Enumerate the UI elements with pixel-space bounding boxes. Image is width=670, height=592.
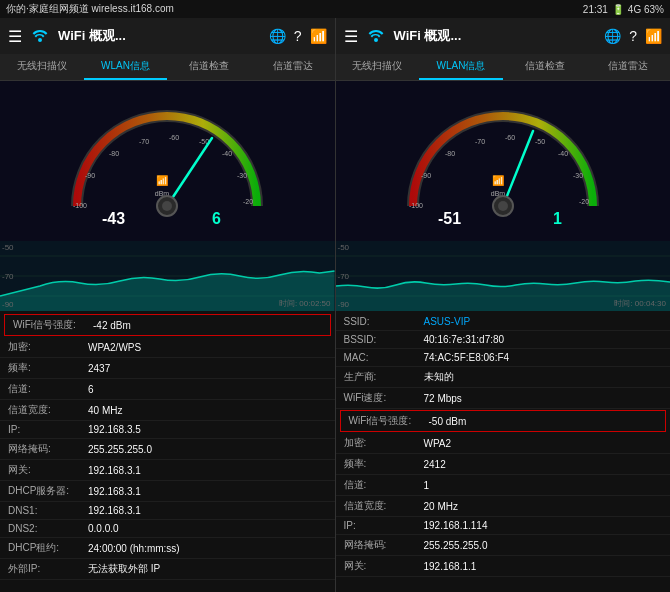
info-value: 192.168.3.1 [88, 486, 327, 497]
svg-text:6: 6 [212, 210, 221, 226]
app-header-left: ☰ WiFi 概观... 🌐 ? 📶 [0, 18, 335, 54]
waveform-left: -50 -70 -90 时间: 00:02:50 [0, 241, 335, 311]
info-row: 网关:192.168.1.1 [336, 556, 671, 577]
gauge-svg-left: -100 -90 -80 -70 -60 -50 -40 -30 -20 📶 d… [57, 96, 277, 226]
info-key: DHCP服务器: [8, 484, 88, 498]
svg-text:-80: -80 [109, 150, 119, 157]
info-key: IP: [8, 424, 88, 435]
tab-check-right[interactable]: 信道检查 [503, 54, 587, 80]
info-key: WiFi信号强度: [349, 414, 429, 428]
waveform-time-right: 时间: 00:04:30 [614, 298, 666, 309]
tab-bar-left: 无线扫描仪 WLAN信息 信道检查 信道雷达 [0, 54, 335, 81]
status-bar: 你的·家庭组网频道 wireless.it168.com 21:31 🔋 4G … [0, 0, 670, 18]
info-value: 6 [88, 384, 327, 395]
tab-check-left[interactable]: 信道检查 [167, 54, 251, 80]
info-row: 信道宽度:20 MHz [336, 496, 671, 517]
antenna-icon-left[interactable]: 📶 [310, 28, 327, 44]
globe-icon-right[interactable]: 🌐 [604, 28, 621, 44]
svg-text:-40: -40 [558, 150, 568, 157]
info-row: WiFi信号强度:-42 dBm [4, 314, 331, 336]
app-header-right: ☰ WiFi 概观... 🌐 ? 📶 [336, 18, 671, 54]
status-left-text: 你的·家庭组网频道 wireless.it168.com [6, 2, 174, 16]
status-right-text: 21:31 🔋 4G 63% [583, 4, 664, 15]
info-key: 信道宽度: [8, 403, 88, 417]
info-row: 网络掩码:255.255.255.0 [0, 439, 335, 460]
tab-scan-right[interactable]: 无线扫描仪 [336, 54, 420, 80]
panel-left: ☰ WiFi 概观... 🌐 ? 📶 无线扫描仪 WLAN信息 信道检查 信道雷… [0, 18, 336, 592]
info-value: 20 MHz [424, 501, 663, 512]
info-value: 40:16:7e:31:d7:80 [424, 334, 663, 345]
info-value: 1 [424, 480, 663, 491]
info-key: 加密: [344, 436, 424, 450]
tab-radar-left[interactable]: 信道雷达 [251, 54, 335, 80]
time-display: 21:31 [583, 4, 608, 15]
signal-display: 4G 63% [628, 4, 664, 15]
info-value: 255.255.255.0 [424, 540, 663, 551]
info-row: IP:192.168.1.114 [336, 517, 671, 535]
svg-text:-80: -80 [445, 150, 455, 157]
svg-text:-30: -30 [237, 172, 247, 179]
info-value: WPA2/WPS [88, 342, 327, 353]
info-key: 加密: [8, 340, 88, 354]
globe-icon-left[interactable]: 🌐 [269, 28, 286, 44]
info-row: 信道:6 [0, 379, 335, 400]
wifi-icon-left [30, 24, 50, 49]
info-row: WiFi信号强度:-50 dBm [340, 410, 667, 432]
svg-text:-100: -100 [73, 202, 87, 209]
info-key: DNS1: [8, 505, 88, 516]
info-row: WiFi速度:72 Mbps [336, 388, 671, 409]
info-row: 加密:WPA2 [336, 433, 671, 454]
header-title-left: WiFi 概观... [58, 27, 261, 45]
info-value: 192.168.1.114 [424, 520, 663, 531]
info-row: 频率:2412 [336, 454, 671, 475]
waveform-y3-left: -90 [2, 300, 14, 309]
info-row: IP:192.168.3.5 [0, 421, 335, 439]
svg-text:-60: -60 [169, 134, 179, 141]
info-key: BSSID: [344, 334, 424, 345]
info-row: DNS1:192.168.3.1 [0, 502, 335, 520]
gauge-area-left: -100 -90 -80 -70 -60 -50 -40 -30 -20 📶 d… [0, 81, 335, 241]
info-value: 2437 [88, 363, 327, 374]
svg-point-34 [498, 201, 508, 211]
info-value: 2412 [424, 459, 663, 470]
info-key: 信道: [8, 382, 88, 396]
info-value: 74:AC:5F:E8:06:F4 [424, 352, 663, 363]
gauge-area-right: -100 -90 -80 -70 -60 -50 -40 -30 -20 📶 d… [336, 81, 671, 241]
svg-text:-40: -40 [222, 150, 232, 157]
info-key: 网关: [344, 559, 424, 573]
info-key: WiFi速度: [344, 391, 424, 405]
svg-text:-90: -90 [421, 172, 431, 179]
info-row: 频率:2437 [0, 358, 335, 379]
info-value: 0.0.0.0 [88, 523, 327, 534]
help-icon-right[interactable]: ? [629, 28, 637, 44]
header-icons-right: 🌐 ? 📶 [604, 28, 662, 44]
svg-text:-70: -70 [475, 138, 485, 145]
info-key: 生产商: [344, 370, 424, 384]
info-key: 信道: [344, 478, 424, 492]
info-value: 192.168.3.1 [88, 505, 327, 516]
info-key: IP: [344, 520, 424, 531]
info-value: 72 Mbps [424, 393, 663, 404]
help-icon-left[interactable]: ? [294, 28, 302, 44]
svg-text:📶: 📶 [156, 174, 169, 187]
info-row: 网络掩码:255.255.255.0 [336, 535, 671, 556]
info-row: DNS2:0.0.0.0 [0, 520, 335, 538]
tab-scan-left[interactable]: 无线扫描仪 [0, 54, 84, 80]
waveform-y1-right: -50 [338, 243, 350, 252]
tab-wlan-right[interactable]: WLAN信息 [419, 54, 503, 80]
menu-icon-right[interactable]: ☰ [344, 27, 358, 46]
tab-wlan-left[interactable]: WLAN信息 [84, 54, 168, 80]
info-row: SSID:ASUS-VIP [336, 313, 671, 331]
info-row: MAC:74:AC:5F:E8:06:F4 [336, 349, 671, 367]
svg-text:-30: -30 [573, 172, 583, 179]
antenna-icon-right[interactable]: 📶 [645, 28, 662, 44]
tab-radar-right[interactable]: 信道雷达 [586, 54, 670, 80]
waveform-right: -50 -70 -90 时间: 00:04:30 [336, 241, 671, 311]
info-value: WPA2 [424, 438, 663, 449]
info-key: DNS2: [8, 523, 88, 534]
battery-icon: 🔋 [612, 4, 624, 15]
info-table-left: WiFi信号强度:-42 dBm加密:WPA2/WPS频率:2437信道:6信道… [0, 311, 335, 592]
info-row: 生产商:未知的 [336, 367, 671, 388]
info-key: 频率: [8, 361, 88, 375]
menu-icon-left[interactable]: ☰ [8, 27, 22, 46]
